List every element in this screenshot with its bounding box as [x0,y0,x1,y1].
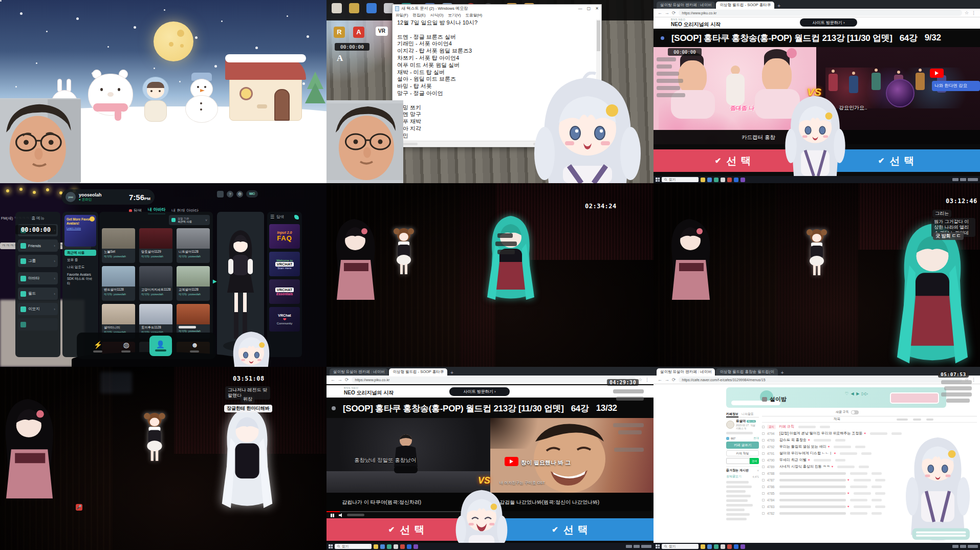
desktop-icon[interactable] [332,3,342,13]
toolbar-social-icon[interactable]: ☻ [190,341,200,351]
post-row[interactable]: 4792우리는 올림픽 열심 보는 새리♥ [762,444,865,450]
taskbar-app[interactable] [727,178,732,182]
candidate-video-left[interactable]: 홍창났네 정말또 홍창났어 [326,418,490,493]
post-row[interactable]: 4789사네저 시장식 홍상의 진동 ㅋㅋ♥ [762,464,869,470]
desktop-icon[interactable] [349,3,359,13]
browser-tab-active[interactable]: 설이랑 유설아 팬카페 : 네이버 [657,368,715,376]
post-title[interactable] [779,472,846,475]
banner-input-faq[interactable]: Input 2.0 FAQ [269,224,300,249]
post-row[interactable]: 4793감스트 픽 홍창송♥ [762,437,845,443]
post-title[interactable] [779,505,846,508]
taskbar-app[interactable] [413,544,418,549]
post-title[interactable] [779,512,846,515]
cafe-write-button[interactable]: 카페 글쓰기 [726,442,759,449]
settings-gear-icon[interactable]: ⚙ [236,191,243,197]
taskbar-app[interactable] [701,544,705,549]
url-bar[interactable]: https://www.piku.co.kr [352,377,636,383]
favorite-boards-header[interactable]: 즐겨찾는 게시판 [726,468,749,473]
avatar-card[interactable]: 밴드설아1128 제작자: yooseolah [102,266,135,301]
visit-site-button[interactable]: 사이트 방문하기 › [449,387,510,396]
category-uploads[interactable]: 나의 업로드 [64,264,96,270]
favorites-promo-card[interactable]: Get More Favorite Avatars! Learn more [64,215,96,247]
avatar-card[interactable]: 고양이저지세트1128 제작자: yooseolah [139,266,172,301]
browser-tab-active[interactable]: 이상형 월드컵 - SOOP 홍타쿠 [389,368,447,376]
grid-scroll-arrow[interactable]: ▶ [213,278,217,284]
toolbar-power-icon[interactable]: ⚡ [93,341,103,351]
banner-controls[interactable]: ♡ ◀ ▶ ▷▷ [845,391,868,396]
taskbar-app[interactable] [714,544,718,549]
menu-dots-icon[interactable]: ⋮ [645,378,649,382]
post-row[interactable]: 4791설아와 우리누에게 디스합 ㄴㄴㅣ♥ [762,450,872,456]
wallet-balance[interactable]: ₩0 [246,190,258,197]
youtube-play-icon[interactable] [505,457,518,466]
taskbar-app[interactable] [707,178,712,182]
row-checkbox[interactable] [762,426,765,428]
avatar-card[interactable]: 노블Set 제작자: yooseolah [102,228,135,263]
banner-welcome[interactable]: Welcome to VRCHAT Start Here [269,252,300,276]
post-title[interactable]: 사네저 시장식 홍상의 진동 ㅋㅋ [779,464,830,469]
post-title[interactable]: [감정] 아쉽게 콘낭 떨어진 우리와 위로해주는 조정둔 [779,431,863,436]
volume-icon[interactable] [339,513,344,517]
banner-essentials[interactable]: VRCHAT Essentials [269,279,300,304]
refresh-icon[interactable]: ⟳ [672,378,676,382]
cafe-owner[interactable]: 유설아 [736,419,746,423]
sidebar-search-input[interactable] [726,458,750,464]
post-title[interactable] [779,499,846,501]
url-bar[interactable]: https://cafe.naver.com/f-e/cafes/3129998… [679,377,962,383]
cafe-intro[interactable]: 카페소개 [736,427,746,430]
taskbar-tray[interactable] [952,545,978,548]
category-owned[interactable]: 보유 중 [64,257,96,263]
browser-tab[interactable]: 이상형 월드컵 홍창송 월드컵(이 [716,368,777,376]
post-row[interactable]: 4783♥ [762,503,885,510]
forward-icon[interactable]: → [665,378,669,382]
post-title[interactable] [779,492,846,495]
taskbar-app[interactable] [407,544,411,549]
desktop-icon[interactable] [366,3,377,13]
subscribe-toggle[interactable] [851,410,859,414]
menu-file[interactable]: 파일(F) [396,13,408,18]
inbox-icon[interactable] [217,191,224,197]
bookmark-icon[interactable]: ☆ [638,378,642,382]
taskbar-search[interactable]: 찾기 [662,177,699,182]
taskbar-search[interactable]: 찾기 [662,544,699,549]
taskbar-app[interactable] [707,544,712,549]
taskbar-app[interactable] [734,178,738,182]
post-title[interactable] [779,486,846,488]
menu-item-more[interactable] [18,318,58,331]
forward-icon[interactable]: → [665,11,669,15]
taskbar-tray[interactable] [952,178,978,181]
taskbar-app[interactable] [714,178,718,182]
menu-format[interactable]: 서식(O) [430,13,444,18]
pause-icon[interactable] [331,514,332,517]
banner-community[interactable]: VRChat ❤ Community [269,307,300,332]
menu-item-friends[interactable]: Friends› [18,239,58,252]
select-right-button[interactable]: ✔선택 [490,518,654,541]
post-title[interactable] [779,479,846,481]
avatar-card[interactable]: 교복설아1128 제작자: yooseolah [177,266,210,301]
post-row[interactable]: 4787♥ [762,477,885,483]
start-button[interactable] [656,178,660,182]
all-posts-link[interactable]: 전체글보기 [726,474,742,479]
category-sdk-test[interactable]: SDK 테스트 아바타 [64,278,96,284]
post-row[interactable]: 4786 [762,483,882,490]
new-tab-icon[interactable]: + [450,370,453,376]
menu-dots-icon[interactable]: ⋮ [971,378,976,382]
taskbar-app[interactable] [721,178,725,182]
back-icon[interactable]: ← [331,378,335,382]
taskbar-app[interactable] [400,544,405,549]
taskbar-app[interactable] [734,544,738,549]
refresh-icon[interactable]: ⟳ [672,11,676,15]
post-title[interactable]: 감스트 픽 홍창송 [779,437,807,443]
maximize-icon[interactable]: ▢ [587,6,591,11]
menu-item-groups[interactable]: 그룹› [18,255,58,267]
notice-row[interactable]: 공지 카페 규칙 [762,424,830,430]
post-row[interactable]: 4784 [762,497,882,503]
menu-item-emoji[interactable]: 이모지› [18,303,58,315]
start-button[interactable] [656,544,660,548]
taskbar-app[interactable] [727,544,732,549]
taskbar-app[interactable] [380,544,385,549]
desktop-icon-r[interactable]: R [334,27,345,38]
desktop-icon-a[interactable]: A [353,27,364,38]
browser-tab[interactable]: 설이랑 유설아 팬카페 : 네이버 [330,368,388,376]
browser-tab-active[interactable]: 이상형 월드컵 - SOOP 홍타쿠 [716,2,774,9]
